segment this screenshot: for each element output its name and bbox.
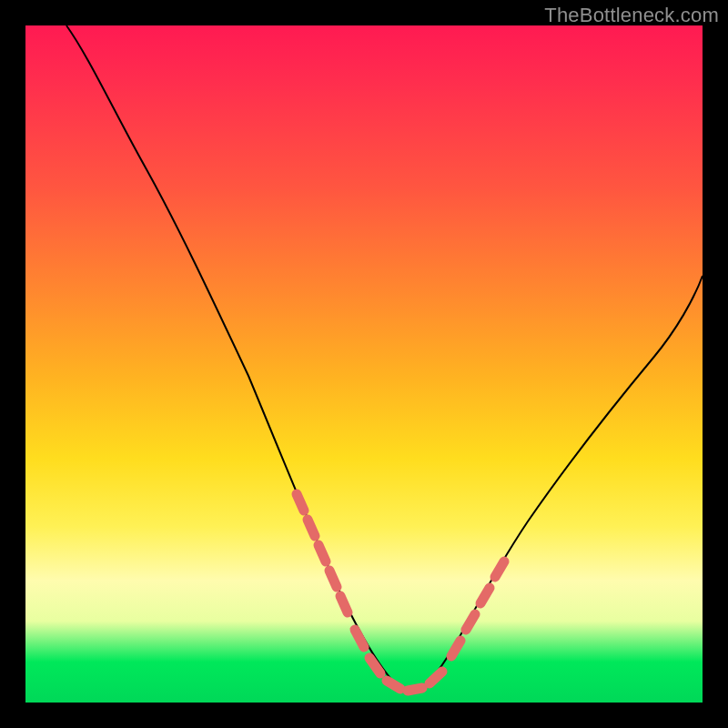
dash-seg [369, 658, 380, 673]
dash-seg [297, 494, 304, 511]
dash-seg [329, 571, 337, 587]
dash-seg [466, 614, 475, 630]
chart-plot-area [25, 25, 703, 703]
chart-frame: TheBottleneck.com [0, 0, 728, 728]
dash-seg [408, 688, 422, 691]
dash-seg [318, 545, 326, 561]
highlight-dashes [297, 494, 504, 691]
dash-seg [451, 641, 460, 656]
dash-seg [340, 596, 348, 612]
dash-seg [430, 672, 442, 683]
dash-seg [387, 681, 400, 689]
dash-seg [308, 520, 315, 536]
dash-seg [495, 561, 504, 577]
watermark-text: TheBottleneck.com [544, 4, 719, 27]
bottleneck-curve [66, 25, 703, 691]
dash-seg [355, 630, 364, 647]
dash-seg [480, 588, 490, 603]
curve-svg [25, 25, 703, 703]
